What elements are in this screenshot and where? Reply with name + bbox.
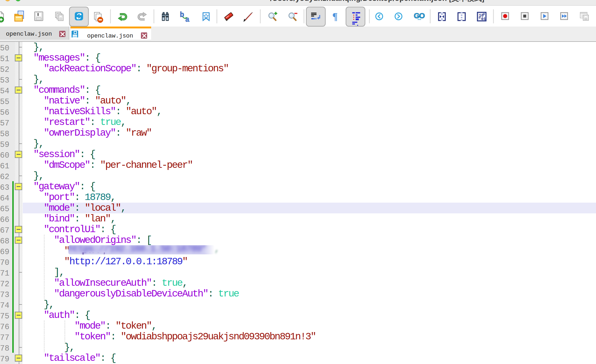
svg-text:GO: GO — [414, 12, 425, 20]
svg-text:¶: ¶ — [332, 11, 338, 22]
svg-text:a: a — [185, 16, 189, 24]
svg-text:01: 01 — [481, 17, 486, 21]
